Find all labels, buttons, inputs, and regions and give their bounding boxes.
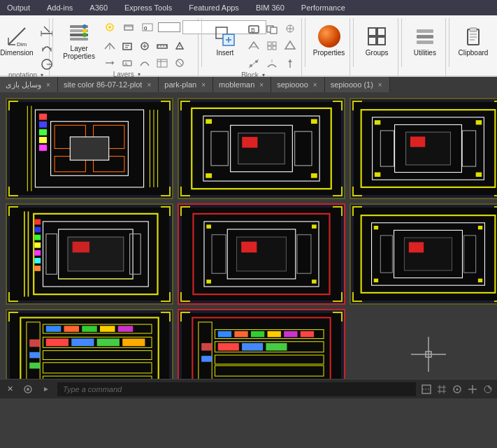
- status-settings-btn[interactable]: [21, 383, 35, 396]
- svg-rect-70: [377, 37, 385, 45]
- layer-icon-1[interactable]: [101, 20, 118, 35]
- drawing-thumb-2[interactable]: [178, 98, 345, 199]
- layer-icon-3[interactable]: 0: [139, 20, 156, 35]
- svg-rect-190: [266, 343, 287, 351]
- utilities-button[interactable]: Utilities: [406, 20, 444, 62]
- clipboard-button[interactable]: Clipboard: [454, 20, 492, 62]
- drawing-thumb-4[interactable]: [6, 203, 173, 305]
- menu-featured-apps[interactable]: Featured Apps: [185, 2, 243, 13]
- tab-5[interactable]: sepioooo ×: [271, 77, 325, 92]
- menu-express-tools[interactable]: Express Tools: [120, 2, 176, 13]
- block-tool-5[interactable]: [264, 38, 280, 53]
- layer-tool-10[interactable]: [171, 55, 188, 71]
- svg-rect-181: [215, 366, 324, 376]
- svg-rect-174: [29, 352, 40, 359]
- groups-button[interactable]: Groups: [358, 20, 396, 62]
- svg-rect-156: [478, 279, 482, 282]
- svg-rect-155: [374, 279, 378, 282]
- tab-1-close[interactable]: ×: [45, 81, 52, 89]
- annotation-group: Dim Dimension: [3, 18, 50, 75]
- tab-2-close[interactable]: ×: [145, 81, 152, 89]
- layer-tool-7[interactable]: A: [119, 55, 136, 71]
- status-close-btn[interactable]: ✕: [3, 383, 17, 396]
- svg-rect-101: [211, 131, 228, 166]
- drawing-thumb-3[interactable]: [350, 98, 497, 199]
- tab-4-close[interactable]: ×: [258, 81, 265, 89]
- command-input[interactable]: [57, 382, 416, 396]
- svg-marker-36: [112, 61, 114, 65]
- color-swatch[interactable]: [158, 22, 180, 32]
- drawing-thumb-8[interactable]: [178, 309, 345, 379]
- menu-output[interactable]: Output: [3, 2, 34, 13]
- dimension-button[interactable]: Dim Dimension: [0, 20, 37, 62]
- svg-rect-139: [241, 242, 257, 253]
- tab-3-close[interactable]: ×: [200, 81, 207, 89]
- layer-tool-8[interactable]: [136, 55, 153, 71]
- status-icon-polar[interactable]: [482, 383, 494, 396]
- drawing-thumb-6[interactable]: [350, 203, 497, 305]
- menu-a360[interactable]: A360: [85, 2, 112, 13]
- svg-rect-92: [39, 145, 47, 151]
- properties-button[interactable]: Properties: [310, 20, 348, 62]
- svg-rect-150: [409, 242, 424, 252]
- tab-6[interactable]: sepioooo (1) ×: [325, 77, 390, 92]
- layer-tool-6[interactable]: [101, 55, 118, 71]
- tab-1[interactable]: وسایل بازی ×: [0, 77, 58, 92]
- canvas-area[interactable]: [0, 92, 497, 379]
- status-icon-ortho[interactable]: [466, 383, 479, 396]
- menu-bim360[interactable]: BIM 360: [252, 2, 289, 13]
- layer-properties-button[interactable]: Layer Properties: [60, 20, 99, 62]
- tab-4[interactable]: mobleman ×: [213, 77, 271, 92]
- svg-rect-192: [201, 356, 212, 362]
- block-tool-6[interactable]: [282, 38, 298, 53]
- status-arrow-btn[interactable]: [39, 383, 53, 396]
- status-icon-grid[interactable]: [435, 383, 448, 396]
- block-tool-7[interactable]: [245, 56, 262, 71]
- layer-tool-9[interactable]: [154, 55, 171, 71]
- block-tool-2[interactable]: [264, 21, 280, 36]
- block-tool-9[interactable]: [282, 56, 298, 71]
- drawing-empty-9: [350, 309, 497, 379]
- layer-icon-2[interactable]: [120, 20, 137, 35]
- layer-tool-4[interactable]: [154, 38, 171, 54]
- svg-point-62: [250, 64, 252, 67]
- tab-5-close[interactable]: ×: [312, 81, 319, 89]
- block-tool-3[interactable]: [282, 21, 298, 36]
- svg-rect-100: [242, 137, 257, 148]
- separator-4: [353, 18, 354, 67]
- groups-icon: [366, 25, 388, 48]
- menu-performance[interactable]: Performance: [297, 2, 350, 13]
- svg-rect-130: [34, 235, 41, 240]
- drawing-inner-1: [10, 102, 169, 195]
- block-tool-4[interactable]: [245, 38, 262, 53]
- separator-1: [52, 18, 53, 67]
- block-tool-1[interactable]: B: [245, 21, 262, 36]
- layer-tool-5[interactable]: [171, 38, 188, 54]
- block-tool-8[interactable]: [264, 56, 280, 71]
- ribbon: Dim Dimension: [0, 15, 497, 77]
- menu-addins[interactable]: Add-ins: [43, 2, 77, 13]
- status-bar: ✕: [0, 379, 497, 398]
- svg-rect-186: [284, 331, 297, 338]
- svg-rect-106: [311, 173, 317, 178]
- svg-text:Dim: Dim: [17, 41, 27, 48]
- layer-tool-1[interactable]: [101, 38, 118, 54]
- svg-rect-102: [295, 131, 312, 166]
- layer-tool-3[interactable]: [136, 38, 153, 54]
- status-icon-model[interactable]: [420, 383, 433, 396]
- tab-6-close[interactable]: ×: [377, 81, 384, 89]
- svg-marker-60: [285, 41, 295, 49]
- svg-rect-165: [64, 326, 79, 332]
- svg-rect-145: [312, 280, 317, 284]
- status-icon-snap[interactable]: [451, 383, 463, 396]
- drawing-thumb-7[interactable]: [6, 309, 173, 379]
- tab-3[interactable]: park-plan ×: [159, 77, 213, 92]
- groups-label: Groups: [366, 49, 389, 57]
- svg-marker-66: [288, 59, 292, 62]
- drawing-thumb-5[interactable]: [178, 203, 345, 305]
- tab-2[interactable]: site color 86-07-12-plot ×: [58, 77, 159, 92]
- insert-button[interactable]: Insert: [208, 20, 243, 62]
- drawing-thumb-1[interactable]: [6, 98, 173, 199]
- layer-tool-2[interactable]: [119, 38, 136, 54]
- svg-text:B: B: [251, 27, 255, 34]
